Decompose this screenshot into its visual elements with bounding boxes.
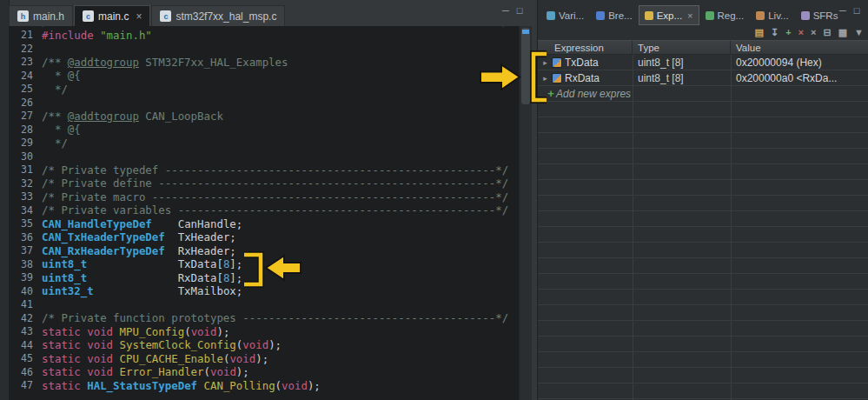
- code-token: void: [229, 352, 255, 365]
- code-token: static: [42, 379, 81, 392]
- line-number[interactable]: 25: [9, 83, 42, 95]
- code-text: CAN_RxHeaderTypeDef RxHeader;: [42, 244, 236, 257]
- view-menu-icon[interactable]: ▼: [854, 27, 864, 38]
- editor-window-buttons: ─ □: [502, 6, 522, 16]
- line-number[interactable]: 24: [9, 70, 42, 82]
- code-text: static void CPU_CACHE_Enable(void);: [42, 352, 268, 365]
- code-token: static: [42, 338, 81, 351]
- maximize-icon[interactable]: □: [854, 6, 860, 16]
- code-token: Error_Handler: [120, 365, 204, 378]
- minimize-icon[interactable]: ─: [502, 6, 509, 16]
- panel-tab-reg[interactable]: Reg...: [699, 5, 751, 25]
- code-token: CPU_CACHE_Enable: [120, 352, 223, 365]
- debug-view-tabbar: Vari...Bre...Exp...×Reg...Liv...SFRs: [538, 4, 868, 25]
- line-number[interactable]: 46: [9, 366, 42, 378]
- line-number[interactable]: 45: [9, 352, 42, 364]
- add-icon[interactable]: +: [546, 87, 556, 100]
- line-number[interactable]: 27: [9, 110, 42, 122]
- overview-ruler[interactable]: [519, 26, 532, 400]
- line-number[interactable]: 44: [9, 339, 42, 351]
- code-text: /* Private typedef ---------------------…: [42, 163, 508, 177]
- line-number[interactable]: 34: [9, 204, 42, 217]
- layout-icon[interactable]: ▦: [838, 27, 847, 38]
- collapse-all-icon[interactable]: ⊟: [823, 27, 831, 38]
- line-number[interactable]: 26: [9, 97, 42, 109]
- code-token: CAN_TxHeaderTypeDef: [42, 230, 165, 243]
- editor-tab-main-c[interactable]: cmain.c×: [74, 5, 150, 26]
- code-text: CAN_HandleTypeDef CanHandle;: [42, 217, 242, 230]
- line-number[interactable]: 38: [9, 258, 42, 270]
- line-number[interactable]: 41: [9, 298, 42, 310]
- scrollbar-thumb[interactable]: [521, 28, 530, 104]
- add-expression-row[interactable]: +Add new expres: [538, 86, 868, 102]
- minimize-icon[interactable]: ─: [839, 6, 846, 16]
- expression-row[interactable]: ▸RxDatauint8_t [8]0x200000a0 <RxDa...: [538, 70, 868, 86]
- ruler-annotation-marker: [522, 30, 529, 34]
- expand-chevron-icon[interactable]: ▸: [541, 74, 549, 83]
- line-number[interactable]: 35: [9, 217, 42, 230]
- line-number[interactable]: 32: [9, 177, 42, 190]
- import-expressions-icon[interactable]: ↧: [771, 27, 779, 38]
- type-cell: uint8_t [8]: [633, 72, 731, 84]
- close-tab-icon[interactable]: ×: [136, 10, 142, 23]
- empty-row: [538, 352, 868, 368]
- line-number[interactable]: 30: [9, 150, 42, 163]
- empty-row: [538, 180, 868, 196]
- panel-tab-vari[interactable]: Vari...: [540, 5, 590, 25]
- line-number[interactable]: 37: [9, 244, 42, 257]
- panel-tab-exp[interactable]: Exp...×: [639, 5, 699, 25]
- show-columns-icon[interactable]: ▤: [755, 27, 764, 38]
- code-lines: 20/* Includes --------------------------…: [9, 26, 532, 392]
- expand-chevron-icon[interactable]: ▸: [541, 58, 549, 67]
- editor-tab-stm32f7xx-hal-msp-c[interactable]: cstm32f7xx_hal_msp.c: [151, 5, 285, 26]
- code-line: 39uint8_t RxData[8];: [9, 271, 532, 285]
- code-text: */: [42, 137, 68, 150]
- maximize-icon[interactable]: □: [517, 6, 523, 16]
- line-number[interactable]: 20: [9, 26, 42, 28]
- line-number[interactable]: 47: [9, 379, 42, 391]
- variables-icon: [547, 11, 555, 20]
- line-number[interactable]: 42: [9, 312, 42, 324]
- column-header-value[interactable]: Value: [731, 41, 868, 54]
- line-number[interactable]: 43: [9, 325, 42, 337]
- line-number[interactable]: 40: [9, 285, 42, 297]
- code-line: 24 * @{: [9, 69, 532, 83]
- empty-row: [538, 211, 868, 227]
- line-number[interactable]: 33: [9, 190, 42, 203]
- line-number[interactable]: 31: [9, 163, 42, 176]
- code-token: [197, 379, 203, 392]
- line-number[interactable]: 29: [9, 137, 42, 149]
- expression-cell: ▸RxData: [538, 72, 633, 84]
- line-number[interactable]: 21: [9, 29, 42, 41]
- column-header-type[interactable]: Type: [633, 41, 731, 54]
- line-number[interactable]: 39: [9, 271, 42, 283]
- code-token: (: [275, 379, 282, 392]
- column-header-expression[interactable]: Expression: [538, 41, 633, 54]
- code-line: 21#include "main.h": [9, 29, 532, 43]
- code-token: );: [255, 352, 268, 365]
- code-token: );: [308, 379, 321, 392]
- expression-row[interactable]: ▸TxDatauint8_t [8]0x20000094 (Hex): [538, 55, 868, 70]
- line-number[interactable]: 22: [9, 43, 42, 55]
- editor-tab-main-h[interactable]: hmain.h: [9, 5, 73, 26]
- panel-tab-bre[interactable]: Bre...: [590, 5, 638, 25]
- line-number[interactable]: 23: [9, 56, 42, 68]
- code-token: @addtogroup: [68, 56, 139, 69]
- remove-expression-icon[interactable]: ×: [798, 27, 804, 38]
- remove-all-expressions-icon[interactable]: ×: [811, 27, 816, 38]
- code-token: [113, 338, 119, 351]
- code-token: void: [191, 325, 217, 338]
- code-token: void: [87, 352, 113, 365]
- line-number[interactable]: 28: [9, 123, 42, 136]
- code-text: uint32_t TxMailbox;: [42, 284, 242, 297]
- close-tab-icon[interactable]: ×: [687, 10, 692, 21]
- panel-tab-sfrs[interactable]: SFRs: [795, 5, 845, 25]
- code-editor[interactable]: 20/* Includes --------------------------…: [9, 26, 532, 400]
- panel-tab-liv[interactable]: Liv...: [750, 5, 794, 25]
- code-token: CAN_Polling: [204, 379, 275, 392]
- code-line: 29 */: [9, 137, 532, 150]
- add-expression-icon[interactable]: +: [785, 27, 791, 38]
- empty-row: [538, 133, 868, 149]
- line-number[interactable]: 36: [9, 231, 42, 243]
- code-token: CAN_LoopBack: [139, 110, 223, 123]
